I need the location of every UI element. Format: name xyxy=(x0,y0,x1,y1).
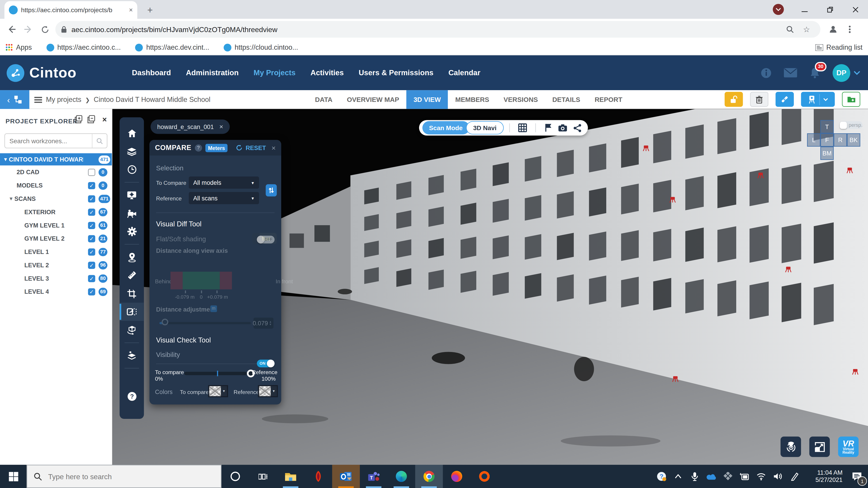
scan-position-marker[interactable] xyxy=(784,266,792,273)
tray-help-icon[interactable]: ? xyxy=(653,465,670,488)
share-icon[interactable] xyxy=(570,121,585,135)
fullscreen-button[interactable] xyxy=(809,436,830,457)
user-menu[interactable]: DP xyxy=(833,64,860,82)
url-bar[interactable]: aec.cintoo.com/projects/bim/cHJvamVjdC0z… xyxy=(55,21,820,37)
taskbar-task-view[interactable] xyxy=(249,465,277,488)
tree-row-2d-cad[interactable]: 2D CAD0 xyxy=(0,165,112,179)
help-tooltip-icon[interactable]: ? xyxy=(195,144,202,151)
taskbar-opera[interactable] xyxy=(471,465,498,488)
distance-value-box[interactable]: 0.079▲▼ xyxy=(254,318,274,329)
cube-face-front[interactable]: F xyxy=(820,133,834,147)
cube-face-back[interactable]: BK xyxy=(847,133,860,147)
visual-check-toggle[interactable]: ON xyxy=(257,360,274,367)
add-workzone-button[interactable] xyxy=(842,92,860,107)
nav-dashboard[interactable]: Dashboard xyxy=(132,69,171,77)
tray-cloud-icon[interactable] xyxy=(703,465,719,488)
unlock-button[interactable] xyxy=(725,92,743,107)
taskbar-firefox[interactable] xyxy=(443,465,470,488)
settings-gear-icon[interactable] xyxy=(120,222,144,240)
swap-selection-button[interactable] xyxy=(266,184,277,197)
nav-administration[interactable]: Administration xyxy=(186,69,239,77)
expand-all-icon[interactable] xyxy=(75,115,83,123)
tray-chevron-up-icon[interactable] xyxy=(670,465,686,488)
cube-face-bottom[interactable]: BM xyxy=(820,147,834,160)
scan-position-marker[interactable] xyxy=(851,368,859,375)
tree-row-exterior[interactable]: EXTERIOR✓67 xyxy=(0,205,112,219)
tab-members[interactable]: MEMBERS xyxy=(448,90,496,109)
cube-face-right[interactable]: R xyxy=(834,133,847,147)
search-icon[interactable] xyxy=(92,134,107,148)
tree-row-gym-level-1[interactable]: GYM LEVEL 1✓61 xyxy=(0,219,112,232)
scan-tab[interactable]: howard_e_scan_001 × xyxy=(151,120,230,134)
tray-dropbox-icon[interactable] xyxy=(720,465,736,488)
checkbox-unchecked[interactable] xyxy=(88,168,95,176)
spin-down-icon[interactable]: ▼ xyxy=(269,323,272,326)
tree-row-models[interactable]: MODELS✓0 xyxy=(0,179,112,192)
3d-navi-button[interactable]: 3D Navi xyxy=(466,121,504,134)
tab-close-icon[interactable]: × xyxy=(129,6,133,14)
scan-position-marker[interactable] xyxy=(642,145,650,152)
scan-position-marker[interactable] xyxy=(757,172,765,179)
nav-users-permissions[interactable]: Users & Permissions xyxy=(359,69,434,77)
notifications-icon[interactable]: 30 xyxy=(809,67,820,78)
measure-ruler-icon[interactable] xyxy=(120,266,144,285)
caret-down-icon[interactable]: ▼ xyxy=(8,196,14,201)
layers-icon[interactable] xyxy=(120,142,144,160)
tab-details[interactable]: DETAILS xyxy=(545,90,587,109)
animation-camera-icon[interactable] xyxy=(120,204,144,223)
scan-position-marker[interactable] xyxy=(672,376,679,382)
forward-icon[interactable] xyxy=(20,21,36,37)
caret-down-icon[interactable]: ▼ xyxy=(2,157,9,162)
tab-report[interactable]: REPORT xyxy=(587,90,629,109)
checkbox-checked[interactable]: ✓ xyxy=(88,261,95,269)
tab-3d-view[interactable]: 3D VIEW xyxy=(406,90,448,109)
cintoo-logo[interactable]: Cintoo xyxy=(6,63,76,82)
to-compare-select[interactable]: All models▼ xyxy=(189,176,259,189)
reset-icon[interactable] xyxy=(236,144,242,151)
close-explorer-icon[interactable]: × xyxy=(102,115,107,124)
tab-overview-map[interactable]: OVERVIEW MAP xyxy=(340,90,406,109)
zoom-icon[interactable] xyxy=(782,21,798,37)
delete-button[interactable] xyxy=(750,92,768,107)
visibility-slider-track[interactable] xyxy=(184,372,247,375)
bookmark-item[interactable]: https://cloud.cintoo... xyxy=(223,43,298,51)
tray-microphone-icon[interactable] xyxy=(686,465,703,488)
tree-row-level-4[interactable]: LEVEL 4✓69 xyxy=(0,285,112,298)
taskbar-file-explorer[interactable] xyxy=(277,465,304,488)
bookmark-item[interactable]: https://aec.dev.cint... xyxy=(135,43,209,51)
checkbox-checked[interactable]: ✓ xyxy=(88,222,95,229)
scan-tab-close-icon[interactable]: × xyxy=(219,123,223,131)
cube-face-left[interactable]: L xyxy=(807,133,820,147)
nav-calendar[interactable]: Calendar xyxy=(448,69,480,77)
restore-button[interactable] xyxy=(817,0,843,19)
nav-my-projects[interactable]: My Projects xyxy=(254,69,296,77)
history-clock-icon[interactable] xyxy=(120,160,144,179)
apps-shortcut[interactable]: Apps xyxy=(5,43,32,51)
collapse-explorer-button[interactable]: ‹ xyxy=(0,90,29,109)
display-settings-icon[interactable] xyxy=(120,186,144,204)
search-input[interactable] xyxy=(5,138,92,144)
taskbar-outlook[interactable] xyxy=(332,465,360,488)
breadcrumb-root[interactable]: My projects xyxy=(46,96,81,103)
connect-button[interactable] xyxy=(776,92,794,107)
action-center-icon[interactable]: 1 xyxy=(846,465,868,488)
orbit-cube-icon[interactable] xyxy=(120,321,144,339)
point-cloud-viewport[interactable]: ? howard_e_scan_001 × COMPARE ? Meters R… xyxy=(112,109,868,465)
info-icon[interactable] xyxy=(761,67,772,78)
scan-mode-button[interactable]: Scan Mode xyxy=(423,121,469,134)
close-panel-icon[interactable]: × xyxy=(272,144,276,152)
collapse-all-icon[interactable] xyxy=(88,115,96,123)
shading-toggle[interactable]: flat xyxy=(252,233,277,244)
to-compare-color-swatch[interactable]: ▼ xyxy=(208,385,228,397)
workzone-search[interactable] xyxy=(4,133,107,148)
crop-icon[interactable] xyxy=(120,285,144,303)
start-button[interactable] xyxy=(0,465,27,488)
browser-tab[interactable]: https://aec.cintoo.com/projects/b × xyxy=(4,1,137,19)
taskbar-chrome[interactable] xyxy=(415,465,443,488)
tree-row-level-2[interactable]: LEVEL 2✓96 xyxy=(0,258,112,272)
taskbar-teams[interactable]: T xyxy=(360,465,388,488)
grid-view-icon[interactable] xyxy=(515,121,530,135)
tree-root-row[interactable]: ▼ CINTOO DAVID T HOWARD M... 471 xyxy=(0,153,112,165)
tray-pen-icon[interactable] xyxy=(786,465,803,488)
taskbar-search-input[interactable] xyxy=(47,472,221,481)
